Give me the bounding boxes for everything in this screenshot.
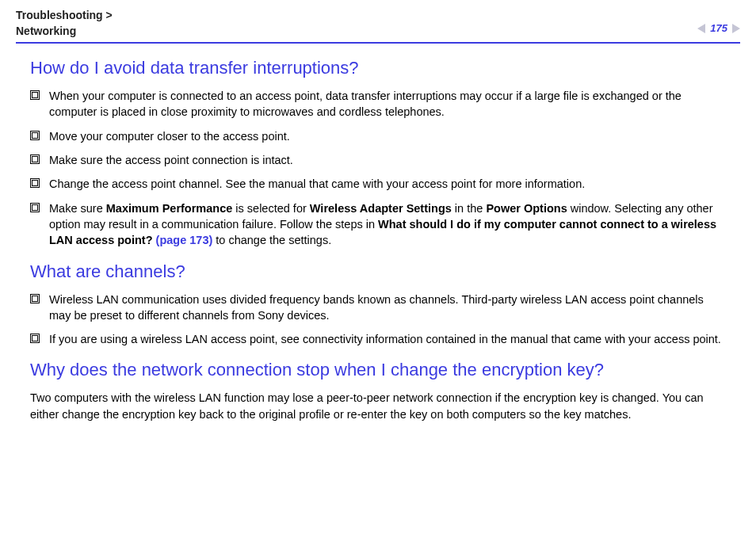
- page-content: How do I avoid data transfer interruptio…: [0, 58, 756, 422]
- list-item: Make sure Maximum Performance is selecte…: [30, 200, 726, 249]
- svg-rect-3: [32, 132, 38, 138]
- svg-rect-9: [32, 204, 38, 210]
- body-paragraph: Two computers with the wireless LAN func…: [30, 390, 726, 422]
- section-heading: How do I avoid data transfer interruptio…: [30, 58, 726, 78]
- svg-rect-1: [32, 93, 38, 98]
- list-item-text: If you are using a wireless LAN access p…: [49, 331, 726, 347]
- square-bullet-icon: [30, 154, 40, 164]
- square-bullet-icon: [30, 334, 40, 343]
- list-item: When your computer is connected to an ac…: [30, 88, 726, 120]
- square-bullet-icon: [30, 90, 40, 100]
- section-channels: What are channels? Wireless LAN communic…: [30, 261, 726, 348]
- svg-rect-5: [32, 157, 38, 162]
- breadcrumb-level2: Networking: [16, 25, 76, 37]
- section-encryption-key: Why does the network connection stop whe…: [30, 360, 726, 422]
- square-bullet-icon: [30, 131, 40, 140]
- page-link[interactable]: (page 173): [153, 234, 213, 246]
- page-number: 175: [708, 22, 730, 34]
- list-item-text: Make sure the access point connection is…: [49, 152, 726, 168]
- list-item-text: Move your computer closer to the access …: [49, 128, 726, 144]
- text-part: in the: [452, 202, 487, 215]
- list-item: Move your computer closer to the access …: [30, 128, 726, 144]
- square-bullet-icon: [30, 203, 40, 212]
- list-item-text: Change the access point channel. See the…: [49, 176, 726, 192]
- text-part: is selected for: [232, 202, 310, 215]
- list-item-text: Make sure Maximum Performance is selecte…: [49, 200, 726, 249]
- list-item: Wireless LAN communication uses divided …: [30, 292, 726, 324]
- list-item-text: When your computer is connected to an ac…: [49, 88, 726, 120]
- page-nav: 175: [697, 22, 740, 34]
- prev-page-arrow-icon[interactable]: [697, 24, 705, 33]
- text-part: Make sure: [49, 202, 106, 215]
- header-divider: [16, 42, 740, 44]
- square-bullet-icon: [30, 294, 40, 303]
- section-heading: Why does the network connection stop whe…: [30, 360, 726, 380]
- section-heading: What are channels?: [30, 261, 726, 282]
- breadcrumb: Troubleshooting > Networking: [16, 8, 113, 39]
- square-bullet-icon: [30, 178, 40, 188]
- section-data-transfer: How do I avoid data transfer interruptio…: [30, 58, 726, 248]
- list-item-text: Wireless LAN communication uses divided …: [49, 292, 726, 324]
- list-item: Make sure the access point connection is…: [30, 152, 726, 168]
- list-item: If you are using a wireless LAN access p…: [30, 331, 726, 347]
- bold-text: Wireless Adapter Settings: [310, 202, 452, 215]
- next-page-arrow-icon[interactable]: [732, 24, 740, 33]
- list-item: Change the access point channel. See the…: [30, 176, 726, 192]
- page-header: Troubleshooting > Networking 175: [0, 0, 756, 42]
- svg-rect-7: [32, 181, 38, 186]
- bold-text: Maximum Performance: [106, 202, 233, 215]
- bold-text: Power Options: [486, 202, 567, 215]
- breadcrumb-level1: Troubleshooting: [16, 9, 103, 21]
- svg-rect-13: [32, 336, 38, 341]
- svg-rect-11: [32, 296, 38, 301]
- breadcrumb-separator: >: [106, 9, 113, 21]
- text-part: to change the settings.: [212, 234, 331, 246]
